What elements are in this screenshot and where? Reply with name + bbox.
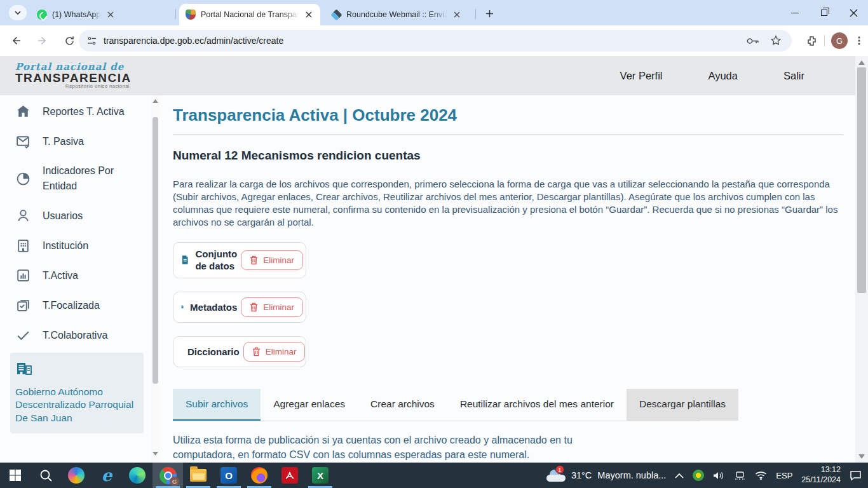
tab-close-icon[interactable] <box>304 10 314 20</box>
scrollbar-thumb[interactable] <box>857 67 866 293</box>
eliminar-label: Eliminar <box>266 347 297 356</box>
address-bar[interactable]: transparencia.dpe.gob.ec/admin/active/cr… <box>79 30 792 51</box>
tray-chevron-up-icon[interactable] <box>675 473 684 478</box>
weather-temperature: 31°C <box>571 470 592 480</box>
taskbar-clock[interactable]: 13:12 25/11/2024 <box>801 465 841 485</box>
tab-agregar-enlaces[interactable]: Agregar enlaces <box>261 389 358 421</box>
taskbar-chrome-button[interactable]: G <box>153 463 183 488</box>
taskbar-outlook-button[interactable]: O <box>214 463 244 488</box>
language-indicator[interactable]: ESP <box>776 471 792 480</box>
profile-avatar[interactable]: G <box>831 32 848 49</box>
start-button[interactable] <box>0 463 31 488</box>
site-info-icon[interactable] <box>86 36 97 46</box>
sidebar-item-label: Indicadores Por Entidad <box>43 163 133 194</box>
minimize-button[interactable] <box>780 0 810 25</box>
taskbar-acrobat-button[interactable] <box>275 463 305 488</box>
browser-menu-icon[interactable] <box>854 36 864 46</box>
scroll-down-icon[interactable] <box>151 449 159 458</box>
instructions-text: Para realizar la carga de los archivos q… <box>173 178 843 229</box>
outlook-icon: O <box>220 467 237 484</box>
eliminar-button[interactable]: Eliminar <box>243 342 306 362</box>
nav-ayuda[interactable]: Ayuda <box>708 70 738 82</box>
tab-close-icon[interactable] <box>105 10 116 20</box>
taskbar-firefox-button[interactable] <box>244 463 275 488</box>
password-key-icon[interactable] <box>746 36 760 46</box>
scrollbar-thumb[interactable] <box>153 117 158 384</box>
tab-subir-archivos[interactable]: Subir archivos <box>173 389 261 421</box>
sidebar-item-usuarios[interactable]: Usuarios <box>0 201 151 231</box>
document-icon <box>181 297 184 316</box>
back-button[interactable] <box>5 30 27 51</box>
volume-icon[interactable] <box>713 471 725 480</box>
sidebar-entity-selected[interactable]: Gobierno Autónomo Descentralizado Parroq… <box>10 353 144 433</box>
copy-check-icon <box>15 297 31 313</box>
reload-button[interactable] <box>58 30 80 51</box>
eliminar-button[interactable]: Eliminar <box>241 297 303 317</box>
sidebar-item-t-pasiva[interactable]: T. Pasiva <box>0 126 151 156</box>
browser-tab-roundcube[interactable]: Roundcube Webmail :: Enviados <box>325 4 470 25</box>
scroll-up-icon[interactable] <box>151 97 159 105</box>
tab-reutilizar-archivos[interactable]: Reutilizar archivos del mes anterior <box>447 389 627 421</box>
logo-main-text: TRANSPARENCIA <box>15 72 130 83</box>
bookmark-star-icon[interactable] <box>770 35 782 46</box>
document-icon <box>181 250 189 269</box>
tab-title: Roundcube Webmail :: Enviados <box>346 10 447 19</box>
close-button[interactable] <box>839 0 868 25</box>
site-header: Portal nacional de TRANSPARENCIA Reposit… <box>0 56 855 95</box>
edge-icon <box>129 467 146 484</box>
file-card-diccionario: Diccionario Eliminar <box>173 336 306 367</box>
organization-icon <box>15 360 33 377</box>
trash-icon <box>252 347 261 356</box>
upload-tabs: Subir archivos Agregar enlaces Crear arc… <box>173 389 700 421</box>
taskbar-internet-explorer-button[interactable]: e <box>92 463 122 488</box>
forward-button[interactable] <box>32 30 53 51</box>
sidebar-item-reportes-t-activa[interactable]: Reportes T. Activa <box>0 97 151 126</box>
file-name: Metadatos <box>190 301 237 314</box>
system-tray: 1 31°C Mayorm. nubla... ESP 13:12 25/11/… <box>546 463 868 488</box>
nav-salir[interactable]: Salir <box>783 70 804 82</box>
tab-descargar-plantillas[interactable]: Descargar plantillas <box>627 389 738 421</box>
sidebar-item-label: Reportes T. Activa <box>43 104 125 119</box>
search-icon <box>39 468 53 483</box>
browser-tab-portal-active[interactable]: Portal Nacional de Transparenci <box>179 4 320 25</box>
new-tab-button[interactable] <box>482 6 497 21</box>
scroll-down-icon[interactable] <box>855 451 868 461</box>
taskbar-search-button[interactable] <box>31 463 61 488</box>
tab-search-button[interactable] <box>9 5 27 20</box>
sidebar-item-t-activa[interactable]: T.Activa <box>0 261 151 290</box>
eliminar-label: Eliminar <box>263 302 294 312</box>
taskbar-weather-widget[interactable]: 1 31°C Mayorm. nubla... <box>546 469 666 482</box>
sidebar-item-indicadores-por-entidad[interactable]: Indicadores Por Entidad <box>0 156 133 201</box>
browser-tab-whatsapp[interactable]: (1) WhatsApp <box>31 4 172 25</box>
tab-divider <box>475 9 476 19</box>
weather-cloud-icon: 1 <box>546 469 566 482</box>
antivirus-tray-icon[interactable] <box>693 470 704 481</box>
wifi-icon[interactable] <box>755 471 767 480</box>
extensions-icon[interactable] <box>806 35 818 47</box>
browser-toolbar: transparencia.dpe.gob.ec/admin/active/cr… <box>0 25 868 56</box>
tab-close-icon[interactable] <box>452 10 462 20</box>
taskbar-edge-button[interactable] <box>122 463 153 488</box>
sidebar-scrollbar[interactable] <box>151 95 159 463</box>
restore-button[interactable] <box>810 0 839 25</box>
cast-display-icon[interactable] <box>734 471 746 480</box>
chevron-down-icon <box>14 9 22 17</box>
file-name: Conjunto de datos <box>195 248 237 273</box>
taskbar-excel-button[interactable]: X <box>305 463 336 488</box>
sidebar-item-t-colaborativa[interactable]: T.Colaborativa <box>0 320 151 350</box>
taskbar-file-explorer-button[interactable] <box>183 463 214 488</box>
sidebar-item-t-focalizada[interactable]: T.Focalizada <box>0 290 151 320</box>
action-center-icon[interactable] <box>850 470 862 481</box>
nav-ver-perfil[interactable]: Ver Perfil <box>620 70 663 82</box>
page-scrollbar[interactable] <box>855 56 868 463</box>
excel-icon: X <box>312 467 329 484</box>
sidebar-item-institucion[interactable]: Institución <box>0 231 151 261</box>
clock-time: 13:12 <box>801 465 841 475</box>
browser-titlebar: (1) WhatsApp Portal Nacional de Transpar… <box>0 0 868 25</box>
check-icon <box>15 327 31 343</box>
url-text[interactable]: transparencia.dpe.gob.ec/admin/active/cr… <box>104 36 746 46</box>
taskbar-copilot-button[interactable] <box>61 463 92 488</box>
scroll-up-icon[interactable] <box>855 57 868 67</box>
tab-crear-archivos[interactable]: Crear archivos <box>358 389 447 421</box>
eliminar-button[interactable]: Eliminar <box>241 250 303 270</box>
